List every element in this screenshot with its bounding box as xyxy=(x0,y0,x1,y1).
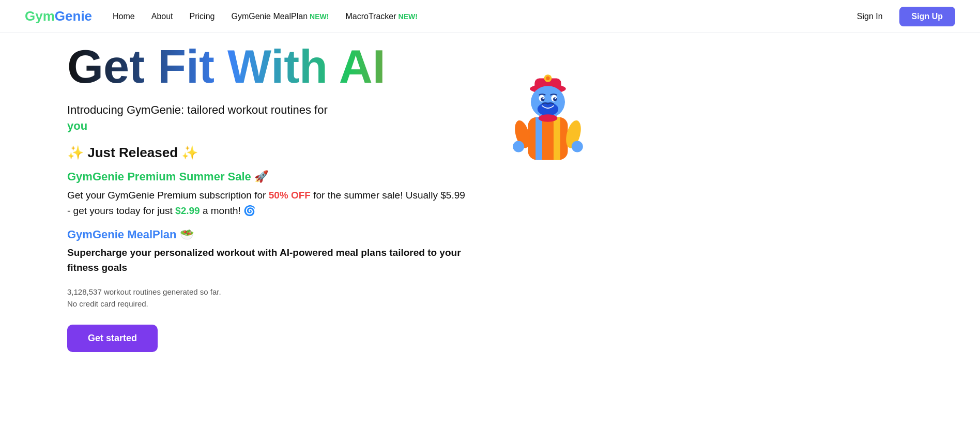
mealplan-title: GymGenie MealPlan 🥗 xyxy=(67,228,470,241)
nav-mealplan[interactable]: GymGenie MealPlan NEW! xyxy=(231,12,329,21)
nav-home[interactable]: Home xyxy=(113,12,135,21)
nav-macrotracker-badge: NEW! xyxy=(399,12,418,21)
nav-about[interactable]: About xyxy=(151,12,173,21)
hero-big-title: Get Fit With AI xyxy=(67,43,470,90)
just-released-label: ✨ Just Released ✨ xyxy=(67,145,470,161)
nav-pricing[interactable]: Pricing xyxy=(190,12,215,21)
nav-left: GymGenie Home About Pricing GymGenie Mea… xyxy=(25,8,418,24)
sale-line3: a month! 🌀 xyxy=(203,205,256,216)
sign-in-button[interactable]: Sign In xyxy=(849,8,891,25)
svg-rect-14 xyxy=(554,117,560,160)
logo-genie: Genie xyxy=(55,8,92,24)
sale-line1: Get your GymGenie Premium subscription f… xyxy=(67,190,266,201)
stat-text: 3,128,537 workout routines generated so … xyxy=(67,287,470,296)
svg-rect-12 xyxy=(528,117,568,160)
get-started-button[interactable]: Get started xyxy=(67,325,158,352)
nav-macrotracker-label: MacroTracker xyxy=(345,12,396,21)
sign-up-button[interactable]: Sign Up xyxy=(899,7,955,26)
svg-point-3 xyxy=(546,77,549,80)
svg-point-9 xyxy=(542,98,544,99)
sale-price: $2.99 xyxy=(175,205,200,216)
mealplan-body: Supercharge your personalized workout wi… xyxy=(67,246,470,275)
nav-mealplan-label: GymGenie MealPlan xyxy=(231,12,308,21)
sale-title: GymGenie Premium Summer Sale 🚀 xyxy=(67,170,470,184)
hero-intro-you: you xyxy=(67,119,87,132)
hero-intro: Introducing GymGenie: tailored workout r… xyxy=(67,102,470,134)
svg-point-10 xyxy=(555,98,556,99)
svg-rect-13 xyxy=(535,117,542,160)
navbar: GymGenie Home About Pricing GymGenie Mea… xyxy=(0,0,980,33)
svg-point-15 xyxy=(539,114,558,122)
nav-links: Home About Pricing GymGenie MealPlan NEW… xyxy=(113,12,418,21)
no-cc-text: No credit card required. xyxy=(67,299,470,308)
logo-gym: Gym xyxy=(25,8,55,24)
nav-right: Sign In Sign Up xyxy=(849,7,955,26)
svg-point-18 xyxy=(513,141,524,152)
main-content: Get Fit With AI Introducing GymGenie: ta… xyxy=(0,33,980,443)
content-left: Get Fit With AI Introducing GymGenie: ta… xyxy=(67,33,470,352)
svg-point-19 xyxy=(572,141,583,152)
content-right xyxy=(470,33,625,178)
logo[interactable]: GymGenie xyxy=(25,8,92,24)
nav-macrotracker[interactable]: MacroTracker NEW! xyxy=(345,12,417,21)
nav-mealplan-badge: NEW! xyxy=(310,12,329,21)
hero-intro-line1: Introducing GymGenie: tailored workout r… xyxy=(67,103,328,116)
sale-highlight-50: 50% OFF xyxy=(269,190,311,201)
sale-body: Get your GymGenie Premium subscription f… xyxy=(67,188,470,219)
genie-illustration xyxy=(496,64,600,178)
